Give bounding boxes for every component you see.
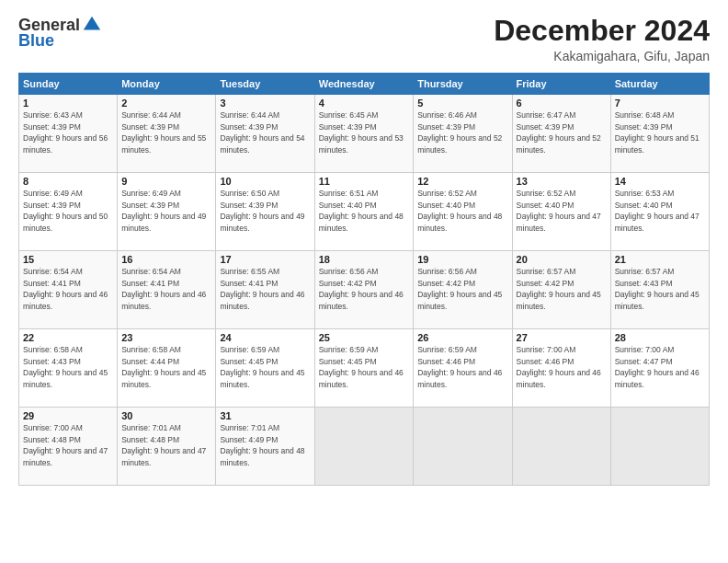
- day-number: 5: [417, 98, 507, 109]
- day-number: 20: [517, 254, 607, 265]
- calendar-week-row: 22 Sunrise: 6:58 AMSunset: 4:43 PMDaylig…: [19, 329, 710, 408]
- calendar-cell: 6 Sunrise: 6:47 AMSunset: 4:39 PMDayligh…: [512, 95, 610, 173]
- day-detail: Sunrise: 6:58 AMSunset: 4:44 PMDaylight:…: [121, 345, 206, 388]
- calendar-header-row: Sunday Monday Tuesday Wednesday Thursday…: [19, 74, 710, 95]
- col-saturday: Saturday: [610, 74, 709, 95]
- day-number: 29: [23, 410, 113, 421]
- day-number: 1: [23, 98, 113, 109]
- calendar-cell: 29 Sunrise: 7:00 AMSunset: 4:48 PMDaylig…: [19, 408, 118, 486]
- calendar-cell: 12 Sunrise: 6:52 AMSunset: 4:40 PMDaylig…: [414, 173, 512, 251]
- day-number: 14: [615, 176, 705, 187]
- day-number: 30: [121, 410, 211, 421]
- day-detail: Sunrise: 6:53 AMSunset: 4:40 PMDaylight:…: [615, 189, 700, 232]
- calendar-cell: [610, 408, 709, 486]
- calendar-cell: 17 Sunrise: 6:55 AMSunset: 4:41 PMDaylig…: [216, 251, 314, 329]
- day-detail: Sunrise: 6:56 AMSunset: 4:42 PMDaylight:…: [319, 267, 404, 310]
- calendar-cell: 20 Sunrise: 6:57 AMSunset: 4:42 PMDaylig…: [512, 251, 610, 329]
- calendar-cell: 28 Sunrise: 7:00 AMSunset: 4:47 PMDaylig…: [610, 329, 709, 408]
- calendar-table: Sunday Monday Tuesday Wednesday Thursday…: [18, 73, 710, 486]
- calendar-cell: 23 Sunrise: 6:58 AMSunset: 4:44 PMDaylig…: [118, 329, 216, 408]
- day-number: 24: [220, 332, 310, 343]
- calendar-cell: 26 Sunrise: 6:59 AMSunset: 4:46 PMDaylig…: [414, 329, 512, 408]
- title-block: December 2024 Kakamigahara, Gifu, Japan: [494, 15, 710, 63]
- day-number: 3: [220, 98, 310, 109]
- day-detail: Sunrise: 6:43 AMSunset: 4:39 PMDaylight:…: [23, 110, 108, 154]
- day-detail: Sunrise: 6:58 AMSunset: 4:43 PMDaylight:…: [23, 345, 108, 388]
- day-detail: Sunrise: 6:51 AMSunset: 4:40 PMDaylight:…: [319, 189, 404, 232]
- calendar-cell: 11 Sunrise: 6:51 AMSunset: 4:40 PMDaylig…: [314, 173, 413, 251]
- calendar-cell: 18 Sunrise: 6:56 AMSunset: 4:42 PMDaylig…: [314, 251, 413, 329]
- day-detail: Sunrise: 6:59 AMSunset: 4:45 PMDaylight:…: [220, 345, 304, 388]
- calendar-cell: 1 Sunrise: 6:43 AMSunset: 4:39 PMDayligh…: [19, 95, 118, 173]
- col-monday: Monday: [118, 74, 216, 95]
- day-number: 13: [517, 176, 607, 187]
- calendar-cell: 13 Sunrise: 6:52 AMSunset: 4:40 PMDaylig…: [512, 173, 610, 251]
- day-detail: Sunrise: 6:49 AMSunset: 4:39 PMDaylight:…: [121, 189, 206, 232]
- calendar-cell: [512, 408, 610, 486]
- day-detail: Sunrise: 6:44 AMSunset: 4:39 PMDaylight:…: [220, 110, 304, 154]
- calendar-cell: 14 Sunrise: 6:53 AMSunset: 4:40 PMDaylig…: [610, 173, 709, 251]
- day-number: 26: [417, 332, 507, 343]
- calendar-week-row: 1 Sunrise: 6:43 AMSunset: 4:39 PMDayligh…: [19, 95, 710, 173]
- calendar-cell: 24 Sunrise: 6:59 AMSunset: 4:45 PMDaylig…: [216, 329, 314, 408]
- col-sunday: Sunday: [19, 74, 118, 95]
- day-number: 28: [615, 332, 705, 343]
- calendar-cell: 15 Sunrise: 6:54 AMSunset: 4:41 PMDaylig…: [19, 251, 118, 329]
- day-number: 23: [121, 332, 211, 343]
- day-detail: Sunrise: 6:47 AMSunset: 4:39 PMDaylight:…: [517, 110, 601, 154]
- calendar-cell: 31 Sunrise: 7:01 AMSunset: 4:49 PMDaylig…: [216, 408, 314, 486]
- page-header: General Blue December 2024 Kakamigahara,…: [18, 15, 710, 63]
- day-number: 19: [417, 254, 507, 265]
- day-number: 17: [220, 254, 310, 265]
- logo-icon: [82, 15, 102, 35]
- calendar-cell: 8 Sunrise: 6:49 AMSunset: 4:39 PMDayligh…: [19, 173, 118, 251]
- day-number: 21: [615, 254, 705, 265]
- day-number: 7: [615, 98, 705, 109]
- day-detail: Sunrise: 7:00 AMSunset: 4:47 PMDaylight:…: [615, 345, 700, 388]
- calendar-week-row: 29 Sunrise: 7:00 AMSunset: 4:48 PMDaylig…: [19, 408, 710, 486]
- day-detail: Sunrise: 6:52 AMSunset: 4:40 PMDaylight:…: [417, 189, 502, 232]
- day-number: 11: [319, 176, 409, 187]
- day-number: 31: [220, 410, 310, 421]
- col-thursday: Thursday: [414, 74, 512, 95]
- day-number: 18: [319, 254, 409, 265]
- day-number: 9: [121, 176, 211, 187]
- calendar-cell: 3 Sunrise: 6:44 AMSunset: 4:39 PMDayligh…: [216, 95, 314, 173]
- svg-marker-0: [84, 17, 100, 30]
- day-detail: Sunrise: 6:49 AMSunset: 4:39 PMDaylight:…: [23, 189, 108, 232]
- col-friday: Friday: [512, 74, 610, 95]
- day-number: 8: [23, 176, 113, 187]
- day-detail: Sunrise: 6:55 AMSunset: 4:41 PMDaylight:…: [220, 267, 304, 310]
- calendar-week-row: 8 Sunrise: 6:49 AMSunset: 4:39 PMDayligh…: [19, 173, 710, 251]
- calendar-cell: 2 Sunrise: 6:44 AMSunset: 4:39 PMDayligh…: [118, 95, 216, 173]
- calendar-cell: 22 Sunrise: 6:58 AMSunset: 4:43 PMDaylig…: [19, 329, 118, 408]
- col-wednesday: Wednesday: [314, 74, 413, 95]
- day-detail: Sunrise: 6:57 AMSunset: 4:43 PMDaylight:…: [615, 267, 700, 310]
- calendar-cell: 30 Sunrise: 7:01 AMSunset: 4:48 PMDaylig…: [118, 408, 216, 486]
- day-detail: Sunrise: 6:52 AMSunset: 4:40 PMDaylight:…: [517, 189, 601, 232]
- calendar-cell: 7 Sunrise: 6:48 AMSunset: 4:39 PMDayligh…: [610, 95, 709, 173]
- calendar-cell: 27 Sunrise: 7:00 AMSunset: 4:46 PMDaylig…: [512, 329, 610, 408]
- calendar-cell: 19 Sunrise: 6:56 AMSunset: 4:42 PMDaylig…: [414, 251, 512, 329]
- calendar-cell: 9 Sunrise: 6:49 AMSunset: 4:39 PMDayligh…: [118, 173, 216, 251]
- day-detail: Sunrise: 6:48 AMSunset: 4:39 PMDaylight:…: [615, 110, 700, 154]
- day-detail: Sunrise: 6:44 AMSunset: 4:39 PMDaylight:…: [121, 110, 206, 154]
- page-container: General Blue December 2024 Kakamigahara,…: [0, 0, 728, 563]
- calendar-week-row: 15 Sunrise: 6:54 AMSunset: 4:41 PMDaylig…: [19, 251, 710, 329]
- calendar-cell: [314, 408, 413, 486]
- day-detail: Sunrise: 7:01 AMSunset: 4:48 PMDaylight:…: [121, 423, 206, 466]
- day-number: 10: [220, 176, 310, 187]
- calendar-cell: 21 Sunrise: 6:57 AMSunset: 4:43 PMDaylig…: [610, 251, 709, 329]
- logo-blue-text: Blue: [18, 31, 54, 51]
- calendar-cell: 4 Sunrise: 6:45 AMSunset: 4:39 PMDayligh…: [314, 95, 413, 173]
- logo: General Blue: [18, 15, 102, 51]
- month-title: December 2024: [494, 15, 710, 47]
- day-detail: Sunrise: 6:46 AMSunset: 4:39 PMDaylight:…: [417, 110, 502, 154]
- day-detail: Sunrise: 7:00 AMSunset: 4:46 PMDaylight:…: [517, 345, 601, 388]
- day-number: 6: [517, 98, 607, 109]
- day-number: 16: [121, 254, 211, 265]
- day-detail: Sunrise: 6:54 AMSunset: 4:41 PMDaylight:…: [23, 267, 108, 310]
- day-detail: Sunrise: 7:00 AMSunset: 4:48 PMDaylight:…: [23, 423, 108, 466]
- day-number: 25: [319, 332, 409, 343]
- day-number: 4: [319, 98, 409, 109]
